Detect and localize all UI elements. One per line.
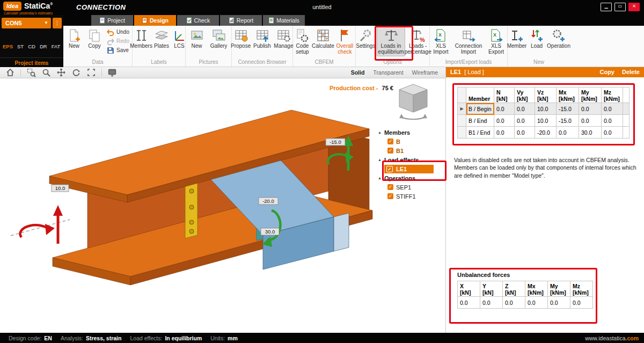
checkbox-checked-icon[interactable]: ✓: [387, 184, 393, 190]
checkbox-checked-icon[interactable]: ✓: [386, 166, 393, 172]
tree-item-le1-selected[interactable]: ✓ LE1: [375, 164, 444, 173]
ribbon-button-loads-percentage[interactable]: % Loads - percentage: [406, 27, 430, 56]
close-button[interactable]: ✕: [628, 3, 640, 11]
ribbon-button-new-load[interactable]: Load: [529, 27, 545, 50]
value-cell-mz[interactable]: 0.0: [602, 103, 623, 115]
table-row-b-end[interactable]: B / End 0.0 0.0 10.0 -15.0 0.0 0.0: [458, 115, 630, 127]
zoom-icon[interactable]: [41, 68, 51, 77]
view-settings-icon[interactable]: [107, 68, 117, 77]
tree-group-operations[interactable]: ▲ Operations: [375, 173, 444, 183]
checkbox-checked-icon[interactable]: ✓: [387, 138, 393, 144]
value-cell-vz[interactable]: -20.0: [535, 127, 557, 138]
ribbon-button-manage[interactable]: Manage: [273, 27, 294, 50]
value-cell-vz[interactable]: 10.0: [535, 103, 557, 115]
checkbox-checked-icon[interactable]: ✓: [387, 193, 393, 199]
nav-st[interactable]: ST: [17, 43, 24, 49]
value-cell: 0.0: [503, 297, 525, 309]
ribbon-button-xls-export[interactable]: X XLS Export: [485, 27, 507, 56]
ribbon-button-save[interactable]: Save: [105, 46, 131, 55]
ribbon-button-undo[interactable]: Undo: [105, 27, 131, 37]
tree-item-sep1[interactable]: ✓ SEP1: [375, 183, 444, 192]
viewport-toolbar: Solid Transparent Wireframe: [0, 67, 445, 78]
value-cell-n[interactable]: 0.0: [494, 103, 515, 115]
rotate-view-icon[interactable]: [71, 68, 81, 77]
ribbon-button-copy-item[interactable]: Copy: [85, 27, 104, 50]
row-selector[interactable]: [458, 115, 466, 127]
project-item-options-button[interactable]: ⋮: [53, 18, 62, 28]
table-row-b-begin[interactable]: ▶ B / Begin 0.0 0.0 10.0 -15.0 0.0 0.0: [458, 103, 630, 115]
navigation-cube[interactable]: [396, 83, 430, 125]
ribbon-button-xls-import[interactable]: X XLS Import: [430, 27, 452, 56]
ribbon-button-settings[interactable]: Settings: [355, 27, 376, 50]
tab-design[interactable]: Design: [134, 15, 176, 26]
pan-icon[interactable]: [56, 68, 66, 77]
column-header-member: Member: [466, 87, 494, 103]
value-cell-n[interactable]: 0.0: [494, 127, 515, 138]
nav-cd[interactable]: CD: [28, 43, 35, 49]
tab-report[interactable]: Report: [220, 15, 262, 26]
value-cell-my[interactable]: 30.0: [579, 127, 602, 138]
ribbon-button-connection-import[interactable]: Connection Import: [452, 27, 485, 56]
nav-eps[interactable]: EPS: [3, 43, 13, 49]
mode-transparent[interactable]: Transparent: [373, 69, 403, 76]
delete-load-button[interactable]: Delete: [622, 67, 640, 77]
mode-wireframe[interactable]: Wireframe: [412, 69, 438, 76]
tree-group-load-effects[interactable]: ▲ Load effects: [375, 155, 444, 164]
value-cell-mx[interactable]: -15.0: [557, 115, 579, 127]
home-view-icon[interactable]: [5, 68, 15, 77]
value-cell-mz[interactable]: 0.0: [602, 127, 623, 138]
checkbox-checked-icon[interactable]: ✓: [387, 148, 393, 154]
row-selector[interactable]: ▶: [458, 103, 466, 115]
nav-dr[interactable]: DR: [40, 43, 47, 49]
ribbon-button-overall-check[interactable]: Overall check: [334, 27, 355, 56]
website-link[interactable]: www.ideastatica.com: [585, 335, 639, 341]
tree-item-stiff1[interactable]: ✓ STIFF1: [375, 192, 444, 201]
ribbon-button-publish[interactable]: Publish: [252, 27, 272, 50]
value-cell-vy[interactable]: 0.0: [515, 115, 535, 127]
minimize-button[interactable]: ▁: [601, 3, 612, 11]
ribbon-button-calculate[interactable]: Calculate: [312, 27, 334, 50]
tab-project[interactable]: Project: [91, 15, 133, 26]
ribbon-button-new-member[interactable]: Member: [506, 27, 528, 50]
value-cell-vy[interactable]: 0.0: [515, 127, 535, 138]
tab-materials[interactable]: Materials: [263, 15, 305, 26]
ribbon-button-lcs[interactable]: LCS: [171, 27, 187, 50]
ribbon-button-new-operation[interactable]: Operation: [546, 27, 572, 50]
value-cell-mx[interactable]: -15.0: [557, 103, 579, 115]
ribbon-button-gallery[interactable]: Gallery: [208, 27, 230, 50]
zoom-window-icon[interactable]: [26, 68, 36, 77]
ribbon-button-loads-in-equilibrium[interactable]: Loads in equilibrium: [377, 27, 405, 56]
member-cell[interactable]: B / Begin: [466, 103, 494, 115]
ribbon-button-new-item[interactable]: New: [64, 27, 84, 50]
tree-group-members[interactable]: ▲ Members: [375, 128, 444, 137]
3d-viewport[interactable]: -15.0 10.0 -20.0 30.0 Production cost - …: [0, 78, 445, 333]
project-item-dropdown[interactable]: CON5 ▼: [2, 18, 51, 28]
3d-scene[interactable]: -15.0 10.0 -20.0 30.0: [0, 78, 445, 333]
value-cell-mx[interactable]: 0.0: [557, 127, 579, 138]
tree-item-member-b[interactable]: ✓ B: [375, 137, 444, 146]
value-cell-n[interactable]: 0.0: [494, 115, 515, 127]
ribbon-button-members[interactable]: Members: [130, 27, 152, 50]
ribbon-button-propose[interactable]: Propose: [230, 27, 251, 50]
ribbon-button-plates[interactable]: Plates: [153, 27, 170, 50]
member-cell[interactable]: B / End: [466, 115, 494, 127]
row-selector[interactable]: [458, 127, 466, 138]
mode-solid[interactable]: Solid: [351, 69, 365, 76]
value-cell-vy[interactable]: 0.0: [515, 103, 535, 115]
tab-check[interactable]: Check: [177, 15, 219, 26]
value-cell-my[interactable]: 0.0: [579, 103, 602, 115]
ribbon-button-code-setup[interactable]: Code setup: [293, 27, 312, 56]
column-header-x: X[kN]: [458, 281, 480, 297]
ribbon-button-new-picture[interactable]: New: [187, 27, 207, 50]
value-cell-vz[interactable]: 10.0: [535, 115, 557, 127]
member-cell[interactable]: B1 / End: [466, 127, 494, 138]
table-row-b1-end[interactable]: B1 / End 0.0 0.0 -20.0 0.0 30.0 0.0: [458, 127, 630, 138]
value-cell-my[interactable]: 0.0: [579, 115, 602, 127]
value-cell-mz[interactable]: 0.0: [602, 115, 623, 127]
tree-item-member-b1[interactable]: ✓ B1: [375, 146, 444, 155]
zoom-fit-icon[interactable]: [86, 68, 96, 77]
ribbon-button-redo[interactable]: Redo: [105, 37, 131, 46]
maximize-button[interactable]: ▭: [614, 3, 626, 11]
copy-load-button[interactable]: Copy: [599, 67, 614, 77]
nav-fat[interactable]: FAT: [52, 43, 61, 49]
